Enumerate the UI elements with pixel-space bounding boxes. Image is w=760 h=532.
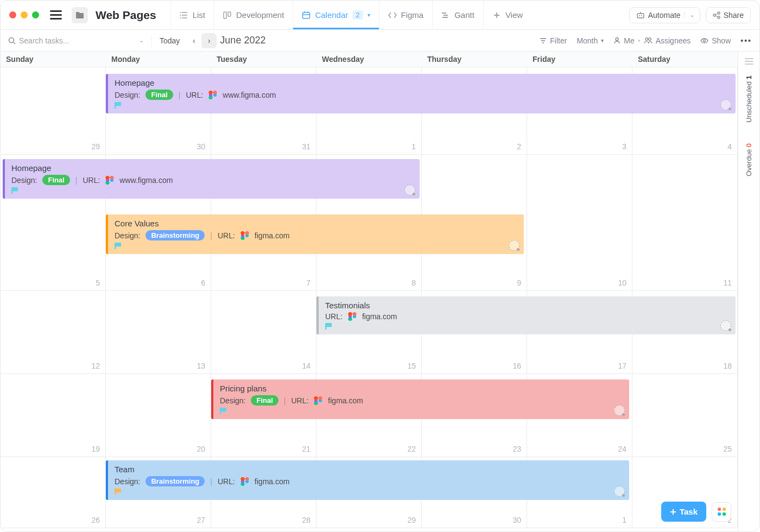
tab-badge: 2 bbox=[352, 10, 363, 20]
url-label: URL: bbox=[291, 396, 308, 405]
calendar-week: 262728293012TeamDesign: Brainstorming | … bbox=[1, 457, 738, 528]
next-month[interactable]: › bbox=[201, 33, 217, 48]
figma-icon bbox=[314, 396, 322, 405]
minimize-window[interactable] bbox=[21, 11, 28, 18]
new-task-button[interactable]: Task bbox=[661, 502, 706, 522]
design-label: Design: bbox=[11, 176, 37, 185]
assignee-placeholder[interactable] bbox=[720, 320, 731, 331]
event-homepage1[interactable]: HomepageDesign: Final | URL: www.figma.c… bbox=[106, 74, 736, 113]
calendar-cell[interactable]: 19 bbox=[1, 374, 106, 457]
me-filter[interactable]: Me • Assignees bbox=[613, 36, 691, 45]
chevron-down-icon[interactable]: ⌄ bbox=[684, 12, 700, 18]
calendar-cell[interactable]: 26 bbox=[1, 457, 106, 528]
weekday: Wednesday bbox=[316, 52, 422, 67]
calendar-cell[interactable]: 14 bbox=[211, 291, 316, 373]
url-label: URL: bbox=[186, 91, 203, 99]
calendar-cell[interactable]: 29 bbox=[1, 67, 106, 154]
chevron-down-icon: ▾ bbox=[601, 37, 604, 43]
svg-point-0 bbox=[180, 12, 181, 13]
calendar-week: 2930311234HomepageDesign: Final | URL: w… bbox=[1, 67, 738, 155]
overdue-panel[interactable]: Overdue 0 bbox=[745, 143, 753, 176]
titlebar: Web Pages List Development Calendar 2 ▾ … bbox=[1, 1, 759, 30]
figma-icon bbox=[240, 477, 249, 486]
tab-label: Calendar bbox=[315, 10, 348, 20]
design-pill: Final bbox=[145, 90, 173, 100]
assignee-placeholder[interactable] bbox=[404, 185, 415, 195]
event-title: Homepage bbox=[11, 163, 413, 173]
drag-handle-icon[interactable] bbox=[745, 58, 753, 65]
event-pricing[interactable]: Pricing plansDesign: Final | URL: figma.… bbox=[211, 379, 629, 419]
tab-gantt[interactable]: Gantt bbox=[432, 1, 483, 29]
day-number: 15 bbox=[407, 362, 416, 370]
assignee-placeholder[interactable] bbox=[720, 99, 731, 110]
share-label: Share bbox=[724, 11, 744, 20]
svg-rect-4 bbox=[228, 12, 231, 16]
show-button[interactable]: Show bbox=[700, 36, 731, 45]
calendar: Sunday Monday Tuesday Wednesday Thursday… bbox=[1, 52, 738, 531]
range-selector[interactable]: Month ▾ bbox=[577, 36, 604, 45]
calendar-cell[interactable]: 10 bbox=[527, 155, 632, 290]
search-input[interactable] bbox=[19, 36, 106, 45]
share-button[interactable]: Share bbox=[706, 7, 751, 23]
event-team[interactable]: TeamDesign: Brainstorming | URL: figma.c… bbox=[106, 460, 629, 500]
today-button[interactable]: Today bbox=[160, 36, 180, 45]
chevron-down-icon[interactable]: ⌄ bbox=[139, 37, 144, 44]
overdue-label: Overdue bbox=[745, 149, 753, 176]
tab-development[interactable]: Development bbox=[214, 1, 293, 29]
assignee-placeholder[interactable] bbox=[509, 240, 520, 251]
day-number: 30 bbox=[197, 142, 205, 151]
calendar-week: 19202122232425Pricing plansDesign: Final… bbox=[1, 374, 738, 457]
more-menu[interactable]: ••• bbox=[740, 36, 752, 45]
design-pill: Brainstorming bbox=[145, 476, 205, 486]
flag-icon bbox=[115, 243, 121, 249]
show-label: Show bbox=[712, 36, 731, 45]
overdue-count: 0 bbox=[745, 143, 753, 147]
menu-icon[interactable] bbox=[50, 10, 62, 20]
task-label: Task bbox=[680, 507, 698, 516]
search-box[interactable]: ⌄ bbox=[8, 36, 144, 45]
day-number: 18 bbox=[723, 362, 732, 370]
event-core[interactable]: Core ValuesDesign: Brainstorming | URL: … bbox=[106, 214, 524, 254]
design-label: Design: bbox=[115, 91, 140, 99]
close-window[interactable] bbox=[9, 11, 16, 18]
day-number: 14 bbox=[302, 362, 311, 370]
maximize-window[interactable] bbox=[32, 11, 39, 18]
eye-icon bbox=[700, 37, 708, 44]
day-number: 1 bbox=[622, 516, 626, 524]
calendar-cell[interactable]: 12 bbox=[1, 291, 106, 373]
url-label: URL: bbox=[218, 231, 235, 240]
unscheduled-panel[interactable]: Unscheduled 1 bbox=[745, 75, 753, 123]
weekday: Monday bbox=[106, 52, 211, 67]
filter-button[interactable]: Filter bbox=[540, 36, 567, 45]
event-homepage2[interactable]: HomepageDesign: Final | URL: www.figma.c… bbox=[3, 159, 420, 199]
tab-figma[interactable]: Figma bbox=[379, 1, 433, 29]
calendar-cell[interactable]: 13 bbox=[106, 291, 211, 373]
svg-point-9 bbox=[713, 14, 715, 16]
tab-add-view[interactable]: View bbox=[483, 1, 531, 29]
assignee-placeholder[interactable] bbox=[614, 405, 625, 416]
chevron-down-icon: ▾ bbox=[368, 12, 370, 18]
day-number: 13 bbox=[197, 362, 205, 370]
event-title: Core Values bbox=[115, 219, 517, 228]
tab-label: Figma bbox=[401, 10, 424, 20]
folder-icon[interactable] bbox=[72, 7, 88, 23]
tab-label: List bbox=[193, 10, 205, 20]
tab-calendar[interactable]: Calendar 2 ▾ bbox=[293, 1, 378, 29]
automate-button[interactable]: Automate ⌄ bbox=[629, 7, 700, 23]
day-number: 11 bbox=[723, 278, 732, 287]
search-icon bbox=[8, 37, 16, 45]
event-test[interactable]: TestimonialsURL: figma.com bbox=[316, 296, 736, 334]
view-tabs: List Development Calendar 2 ▾ Figma Gant… bbox=[170, 1, 531, 29]
svg-rect-6 bbox=[637, 14, 644, 18]
svg-point-11 bbox=[718, 16, 720, 18]
list-icon bbox=[180, 11, 188, 20]
tab-list[interactable]: List bbox=[170, 1, 214, 29]
calendar-cell[interactable]: 20 bbox=[106, 374, 211, 457]
apps-button[interactable] bbox=[712, 502, 731, 522]
calendar-cell[interactable]: 25 bbox=[632, 374, 738, 457]
svg-point-14 bbox=[645, 38, 648, 41]
assignee-placeholder[interactable] bbox=[614, 486, 625, 497]
calendar-cell[interactable]: 11 bbox=[632, 155, 738, 290]
prev-month[interactable]: ‹ bbox=[186, 33, 201, 48]
svg-point-8 bbox=[641, 15, 642, 16]
